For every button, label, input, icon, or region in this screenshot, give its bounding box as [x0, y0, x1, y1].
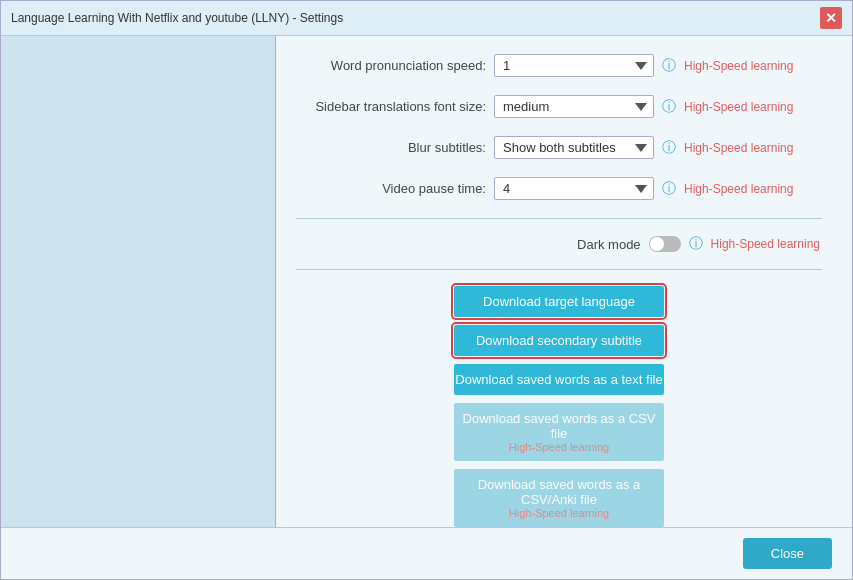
window-title: Language Learning With Netflix and youtu… — [11, 11, 343, 25]
download-saved-words-text-button[interactable]: Download saved words as a text file — [454, 364, 664, 395]
content-area: Word pronunciation speed: 1 0.5 0.75 1.2… — [1, 36, 852, 527]
bottom-bar: Close — [1, 527, 852, 579]
word-speed-row: Word pronunciation speed: 1 0.5 0.75 1.2… — [296, 54, 822, 77]
divider-1 — [296, 218, 822, 219]
download-saved-words-csv-button[interactable]: Download saved words as a CSV file High-… — [454, 403, 664, 461]
dark-mode-high-speed-link[interactable]: High-Speed learning — [711, 237, 820, 251]
divider-2 — [296, 269, 822, 270]
blur-select[interactable]: Show both subtitles Blur both Blur targe… — [494, 136, 654, 159]
dark-mode-row: Dark mode ⓘ High-Speed learning — [296, 235, 822, 253]
download-secondary-subtitle-button[interactable]: Download secondary subtitle — [454, 325, 664, 356]
download-saved-words-anki-button[interactable]: Download saved words as a CSV/Anki file … — [454, 469, 664, 527]
dark-mode-toggle[interactable] — [649, 236, 681, 252]
buttons-section: Download target language Download second… — [296, 286, 822, 527]
font-size-high-speed-link[interactable]: High-Speed learning — [684, 100, 793, 114]
dark-mode-label: Dark mode — [577, 237, 641, 252]
pause-label: Video pause time: — [296, 181, 486, 196]
font-size-select[interactable]: medium small large — [494, 95, 654, 118]
blur-high-speed-link[interactable]: High-Speed learning — [684, 141, 793, 155]
settings-window: Language Learning With Netflix and youtu… — [0, 0, 853, 580]
window-close-button[interactable]: ✕ — [820, 7, 842, 29]
sidebar — [1, 36, 276, 527]
blur-info-icon[interactable]: ⓘ — [662, 139, 676, 157]
close-button[interactable]: Close — [743, 538, 832, 569]
word-speed-select[interactable]: 1 0.5 0.75 1.25 1.5 — [494, 54, 654, 77]
font-size-row: Sidebar translations font size: medium s… — [296, 95, 822, 118]
toggle-knob — [650, 237, 664, 251]
download-target-language-button[interactable]: Download target language — [454, 286, 664, 317]
download-anki-label: Download saved words as a CSV/Anki file — [478, 477, 641, 507]
word-speed-label: Word pronunciation speed: — [296, 58, 486, 73]
dark-mode-info-icon[interactable]: ⓘ — [689, 235, 703, 253]
download-csv-subtext: High-Speed learning — [454, 441, 664, 453]
word-speed-high-speed-link[interactable]: High-Speed learning — [684, 59, 793, 73]
pause-select[interactable]: 4 1 2 3 5 6 — [494, 177, 654, 200]
word-speed-info-icon[interactable]: ⓘ — [662, 57, 676, 75]
download-anki-subtext: High-Speed learning — [454, 507, 664, 519]
title-bar: Language Learning With Netflix and youtu… — [1, 1, 852, 36]
pause-row: Video pause time: 4 1 2 3 5 6 ⓘ High-Spe… — [296, 177, 822, 200]
pause-info-icon[interactable]: ⓘ — [662, 180, 676, 198]
font-size-label: Sidebar translations font size: — [296, 99, 486, 114]
main-panel: Word pronunciation speed: 1 0.5 0.75 1.2… — [276, 36, 852, 527]
download-csv-label: Download saved words as a CSV file — [463, 411, 656, 441]
pause-high-speed-link[interactable]: High-Speed learning — [684, 182, 793, 196]
blur-label: Blur subtitles: — [296, 140, 486, 155]
blur-row: Blur subtitles: Show both subtitles Blur… — [296, 136, 822, 159]
font-size-info-icon[interactable]: ⓘ — [662, 98, 676, 116]
